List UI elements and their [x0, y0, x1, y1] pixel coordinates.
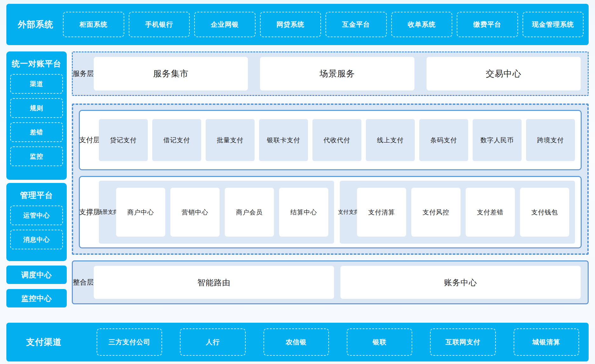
integration-layer-boxes: 智能路由 账务中心: [94, 266, 581, 299]
payment-support-label: 支付支撑: [344, 188, 353, 237]
payment-channels-items: 三方支付公司 人行 农信银 银联 互联网支付 城银清算: [68, 328, 589, 356]
payment-layer: 支付层 贷记支付 借记支付 批量支付 银联卡支付 代收代付 线上支付 条码支付 …: [79, 110, 582, 170]
marketing-center-box: 营销中心: [170, 188, 220, 237]
scenario-service-box: 场景服务: [260, 57, 414, 91]
external-systems-items: 柜面系统 手机银行 企业网银 网贷系统 互金平台 收单系统 缴费平台 现金管理系…: [59, 12, 589, 37]
payment-tile: 条码支付: [419, 119, 468, 161]
payment-channel-box: 人行: [180, 328, 245, 356]
integration-layer: 整合层 智能路由 账务中心: [72, 260, 589, 304]
middle-region: 统一对账平台 渠道 规则 差错 监控 管理平台 运管中心 消息中心 调度中心 监…: [6, 51, 589, 311]
payment-layer-label: 支付层: [83, 115, 96, 165]
support-layer: 支撑层 场景支撑 商户中心 营销中心 商户会员 结算中心: [79, 176, 582, 248]
payment-tile: 贷记支付: [99, 119, 148, 161]
payment-tile: 借记支付: [152, 119, 201, 161]
payment-channel-box: 农信银: [263, 328, 329, 356]
left-sidebar: 统一对账平台 渠道 规则 差错 监控 管理平台 运管中心 消息中心 调度中心 监…: [6, 51, 67, 307]
management-items: 运管中心 消息中心: [10, 206, 63, 249]
payment-tile: 代收代付: [312, 119, 361, 161]
payment-tile: 批量支付: [206, 119, 255, 161]
integration-layer-label: 整合层: [77, 266, 90, 299]
payment-channels-label: 支付渠道: [6, 336, 68, 348]
payment-channel-box: 互联网支付: [430, 328, 496, 356]
service-layer-label: 服务层: [77, 57, 90, 91]
payment-clearing-box: 支付清算: [357, 188, 406, 237]
management-item: 消息中心: [10, 230, 63, 249]
management-item: 运管中心: [10, 206, 63, 225]
external-system-box: 缴费平台: [457, 12, 518, 37]
merchant-member-box: 商户会员: [225, 188, 274, 237]
reconciliation-item: 监控: [10, 146, 63, 166]
scenario-support-tiles: 商户中心 营销中心 商户会员 结算中心: [116, 188, 328, 237]
dispatch-center-box: 调度中心: [6, 266, 67, 284]
payment-support-group: 支付支撑 支付清算 支付风控 支付差错 支付钱包: [340, 181, 575, 244]
reconciliation-platform-block: 统一对账平台 渠道 规则 差错 监控: [6, 51, 67, 180]
reconciliation-item: 规则: [10, 98, 63, 118]
external-system-box: 收单系统: [391, 12, 453, 37]
payment-channel-box: 三方支付公司: [97, 328, 162, 356]
reconciliation-platform-title: 统一对账平台: [10, 55, 63, 74]
payment-architecture-diagram: 外部系统 柜面系统 手机银行 企业网银 网贷系统 互金平台 收单系统 缴费平台 …: [0, 0, 595, 364]
core-layers-container: 支付层 贷记支付 借记支付 批量支付 银联卡支付 代收代付 线上支付 条码支付 …: [72, 104, 589, 255]
accounting-center-box: 账务中心: [340, 266, 581, 299]
payment-channel-box: 银联: [347, 328, 412, 356]
service-layer: 服务层 服务集市 场景服务 交易中心: [72, 51, 589, 96]
external-system-box: 企业网银: [194, 12, 256, 37]
management-platform-title: 管理平台: [10, 187, 63, 206]
external-system-box: 互金平台: [325, 12, 387, 37]
support-layer-groups: 场景支撑 商户中心 营销中心 商户会员 结算中心 支付支撑 支付清算: [99, 181, 575, 244]
merchant-center-box: 商户中心: [116, 188, 165, 237]
scenario-support-group: 场景支撑 商户中心 营销中心 商户会员 结算中心: [99, 181, 334, 244]
payment-tile: 跨境支付: [526, 119, 575, 161]
settlement-center-box: 结算中心: [279, 188, 328, 237]
support-layer-label: 支撑层: [83, 181, 96, 244]
transaction-center-box: 交易中心: [427, 57, 581, 91]
payment-tile: 数字人民币: [473, 119, 522, 161]
external-system-box: 网贷系统: [260, 12, 321, 37]
payment-support-tiles: 支付清算 支付风控 支付差错 支付钱包: [357, 188, 569, 237]
external-system-box: 柜面系统: [63, 12, 124, 37]
service-market-box: 服务集市: [94, 57, 248, 91]
smart-routing-box: 智能路由: [94, 266, 334, 299]
external-system-box: 手机银行: [129, 12, 190, 37]
main-layers-column: 服务层 服务集市 场景服务 交易中心 支付层 贷记支付 借记支付 批量支付 银联…: [72, 51, 589, 304]
payment-tile: 银联卡支付: [259, 119, 308, 161]
external-systems-label: 外部系统: [6, 19, 59, 30]
payment-channel-box: 城银清算: [514, 328, 579, 356]
monitor-center-box: 监控中心: [6, 289, 67, 307]
reconciliation-items: 渠道 规则 差错 监控: [10, 74, 63, 166]
reconciliation-item: 差错: [10, 122, 63, 142]
payment-tile: 线上支付: [366, 119, 415, 161]
payment-layer-tiles: 贷记支付 借记支付 批量支付 银联卡支付 代收代付 线上支付 条码支付 数字人民…: [99, 115, 575, 165]
service-layer-boxes: 服务集市 场景服务 交易中心: [94, 57, 581, 91]
external-systems-bar: 外部系统 柜面系统 手机银行 企业网银 网贷系统 互金平台 收单系统 缴费平台 …: [6, 4, 589, 45]
payment-wallet-box: 支付钱包: [520, 188, 569, 237]
reconciliation-item: 渠道: [10, 74, 63, 94]
management-platform-block: 管理平台 运管中心 消息中心: [6, 183, 67, 261]
payment-channels-bar: 支付渠道 三方支付公司 人行 农信银 银联 互联网支付 城银清算: [6, 323, 589, 361]
payment-error-box: 支付差错: [466, 188, 515, 237]
external-system-box: 现金管理系统: [523, 12, 584, 37]
payment-risk-box: 支付风控: [411, 188, 461, 237]
scenario-support-label: 场景支撑: [103, 188, 112, 237]
